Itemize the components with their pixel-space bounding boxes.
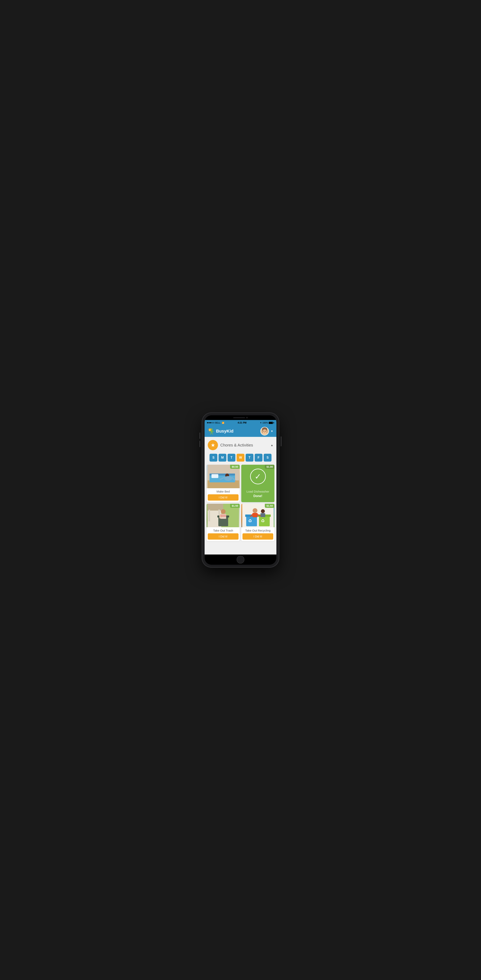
chore-card-make-bed[interactable]: $0.50 Make Bed I Did It! bbox=[207, 465, 240, 502]
svg-point-13 bbox=[263, 431, 264, 431]
speaker-bar bbox=[233, 417, 245, 418]
camera-area bbox=[205, 415, 276, 420]
signal-dot-2 bbox=[209, 422, 210, 423]
svg-rect-26 bbox=[207, 504, 223, 511]
svg-point-47 bbox=[261, 509, 265, 513]
dropdown-arrow-icon[interactable]: ▼ bbox=[271, 430, 273, 433]
did-it-recycling-button[interactable]: I Did It! bbox=[242, 533, 273, 539]
phone-frame: BELL 📶 4:21 PM ✶ 100% bbox=[202, 413, 279, 567]
section-title: Chores & Activities bbox=[220, 443, 268, 447]
chore-name-make-bed: Make Bed bbox=[208, 490, 239, 493]
chore-image-trash: $1.50 bbox=[207, 504, 240, 527]
status-bar: BELL 📶 4:21 PM ✶ 100% bbox=[205, 420, 276, 425]
logo-area: $ BusyKid bbox=[208, 428, 233, 435]
svg-rect-44 bbox=[252, 513, 258, 517]
price-recycling: $1.50 bbox=[265, 504, 274, 508]
day-saturday[interactable]: S bbox=[264, 454, 271, 461]
user-avatar[interactable] bbox=[260, 427, 269, 436]
day-friday[interactable]: F bbox=[255, 454, 263, 461]
battery-body bbox=[269, 422, 273, 424]
price-trash: $1.50 bbox=[230, 504, 240, 508]
day-tuesday[interactable]: T bbox=[228, 454, 236, 461]
did-it-trash-button[interactable]: I Did It! bbox=[208, 533, 239, 539]
app-content: ★ Chores & Activities ▲ S M T W T F S bbox=[205, 437, 276, 555]
battery-percent: 100% bbox=[263, 422, 268, 424]
chore-image-make-bed: $0.50 bbox=[207, 465, 240, 488]
volume-up-button[interactable] bbox=[199, 433, 200, 439]
day-thursday[interactable]: T bbox=[245, 454, 253, 461]
wifi-icon: 📶 bbox=[222, 422, 224, 424]
app-header: $ BusyKid bbox=[205, 425, 276, 437]
time-display: 4:21 PM bbox=[237, 422, 246, 424]
did-it-make-bed-button[interactable]: I Did It! bbox=[208, 494, 239, 501]
logo-icon: $ bbox=[208, 428, 215, 435]
chore-info-recycling: Take Out Recycling I Did It! bbox=[241, 527, 274, 541]
battery-fill bbox=[269, 422, 273, 424]
day-monday[interactable]: M bbox=[218, 454, 226, 461]
signal-dots bbox=[207, 422, 214, 423]
header-right[interactable]: ▼ bbox=[260, 427, 273, 436]
svg-point-43 bbox=[253, 508, 257, 513]
battery-tip bbox=[274, 422, 274, 423]
checkmark-icon: ✓ bbox=[255, 473, 261, 480]
chore-info-trash: Take Out Trash I Did It! bbox=[207, 527, 240, 541]
svg-text:♻: ♻ bbox=[248, 519, 252, 523]
chore-card-trash[interactable]: $1.50 Take Out Trash I Did It! bbox=[207, 504, 240, 541]
signal-dot-3 bbox=[210, 422, 211, 423]
home-button[interactable] bbox=[237, 556, 244, 563]
svg-line-3 bbox=[212, 431, 213, 432]
svg-point-21 bbox=[224, 476, 232, 481]
home-button-area bbox=[205, 555, 276, 565]
svg-rect-48 bbox=[261, 513, 265, 517]
day-wednesday[interactable]: W bbox=[237, 454, 244, 461]
status-left: BELL 📶 bbox=[207, 422, 224, 424]
price-make-bed: $0.50 bbox=[230, 465, 240, 469]
svg-point-14 bbox=[265, 431, 266, 431]
svg-point-31 bbox=[221, 509, 226, 514]
svg-line-4 bbox=[210, 433, 211, 434]
svg-text:$: $ bbox=[209, 429, 210, 431]
chore-name-trash: Take Out Trash bbox=[208, 529, 239, 532]
star-badge: ★ bbox=[208, 440, 218, 450]
signal-dot-5 bbox=[213, 422, 214, 423]
day-sunday[interactable]: S bbox=[210, 454, 217, 461]
power-button[interactable] bbox=[281, 436, 282, 446]
section-header[interactable]: ★ Chores & Activities ▲ bbox=[205, 437, 276, 452]
signal-dot-1 bbox=[207, 422, 208, 423]
chores-grid: $0.50 Make Bed I Did It! ✓ bbox=[205, 465, 276, 543]
price-dishwasher: $1.00 bbox=[265, 465, 274, 469]
phone-screen: BELL 📶 4:21 PM ✶ 100% bbox=[205, 415, 276, 565]
chore-image-dishwasher: ✓ $1.00 bbox=[241, 465, 274, 488]
battery-icon bbox=[269, 422, 274, 424]
carrier-name: BELL bbox=[215, 422, 220, 424]
signal-dot-4 bbox=[212, 422, 213, 423]
svg-text:♻: ♻ bbox=[261, 519, 265, 523]
chore-name-recycling: Take Out Recycling bbox=[242, 529, 273, 532]
chore-card-recycling[interactable]: ♻ ♻ bbox=[241, 504, 274, 541]
chore-name-dishwasher: Load Dishwasher bbox=[242, 490, 273, 493]
chore-info-make-bed: Make Bed I Did It! bbox=[207, 488, 240, 502]
done-label-dishwasher: Done! bbox=[242, 494, 273, 498]
day-selector: S M T W T F S bbox=[205, 452, 276, 465]
bottom-spacer bbox=[205, 543, 276, 547]
chore-image-recycling: ♻ ♻ bbox=[241, 504, 274, 527]
checkmark-circle: ✓ bbox=[250, 469, 266, 484]
svg-line-5 bbox=[212, 433, 213, 434]
svg-point-12 bbox=[263, 430, 267, 434]
chore-card-load-dishwasher[interactable]: ✓ $1.00 Load Dishwasher Done! bbox=[241, 465, 274, 502]
app-name: BusyKid bbox=[216, 429, 233, 434]
collapse-arrow-icon[interactable]: ▲ bbox=[271, 444, 273, 447]
chore-info-dishwasher: Load Dishwasher Done! bbox=[241, 488, 274, 500]
status-right: ✶ 100% bbox=[260, 422, 274, 424]
camera-dot bbox=[246, 417, 248, 418]
svg-rect-27 bbox=[209, 510, 210, 521]
volume-down-button[interactable] bbox=[199, 441, 200, 447]
svg-rect-19 bbox=[212, 474, 218, 478]
bluetooth-icon: ✶ bbox=[260, 422, 262, 424]
star-icon: ★ bbox=[211, 442, 215, 448]
